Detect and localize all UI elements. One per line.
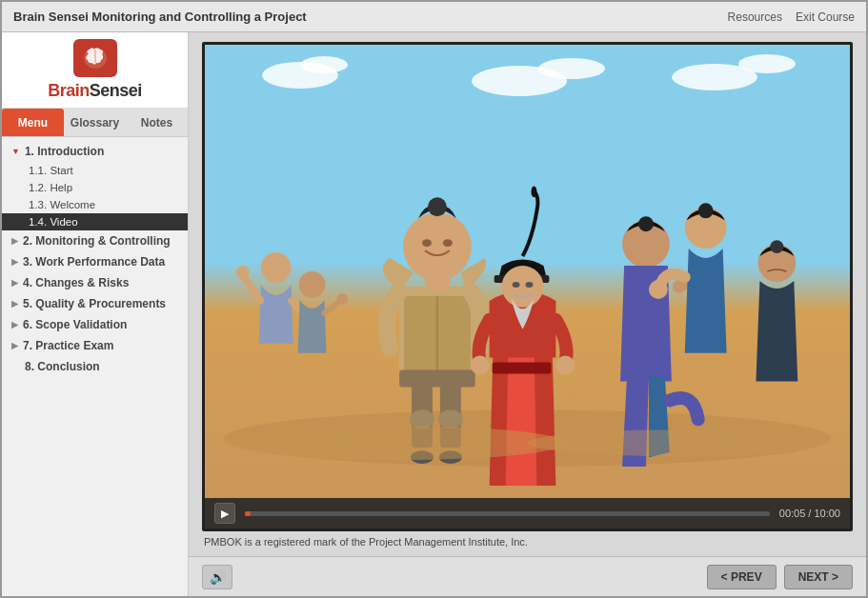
svg-point-20 bbox=[403, 212, 472, 281]
expand-icon-intro: ▼ bbox=[11, 147, 20, 156]
logo: BrainSensei bbox=[48, 39, 142, 101]
top-actions: Resources Exit Course bbox=[728, 10, 855, 24]
prev-button[interactable]: < PREV bbox=[707, 565, 777, 589]
sidebar: BrainSensei Menu Glossary Notes ▼ 1. Int… bbox=[2, 32, 189, 596]
svg-point-9 bbox=[336, 293, 348, 305]
nav-item-practice[interactable]: ▶ 7. Practice Exam bbox=[2, 335, 188, 356]
nav-item-monitoring[interactable]: ▶ 2. Monitoring & Controlling bbox=[2, 230, 188, 251]
video-wrapper: ▶ 00:05 / 10:00 PMBOK is a registered ma… bbox=[189, 32, 866, 556]
nav-buttons: < PREV NEXT > bbox=[707, 565, 853, 589]
nav-item-conclusion[interactable]: 8. Conclusion bbox=[2, 356, 188, 377]
cloud-4 bbox=[538, 58, 605, 79]
svg-point-13 bbox=[438, 410, 463, 429]
svg-point-41 bbox=[528, 429, 832, 456]
svg-point-36 bbox=[698, 204, 714, 219]
svg-point-12 bbox=[410, 410, 434, 429]
nav-section: ▼ 1. Introduction 1.1. Start 1.2. Help 1… bbox=[2, 137, 188, 596]
svg-rect-24 bbox=[493, 363, 552, 374]
svg-point-30 bbox=[471, 356, 490, 375]
nav-item-quality[interactable]: ▶ 5. Quality & Procurements bbox=[2, 293, 188, 314]
content-area: ▶ 00:05 / 10:00 PMBOK is a registered ma… bbox=[189, 32, 866, 596]
logo-area: BrainSensei bbox=[2, 32, 188, 109]
video-scene bbox=[205, 45, 850, 528]
svg-point-22 bbox=[422, 239, 432, 247]
svg-point-21 bbox=[428, 198, 447, 217]
nav-item-changes[interactable]: ▶ 4. Changes & Risks bbox=[2, 272, 188, 293]
svg-point-33 bbox=[638, 216, 654, 231]
tab-menu[interactable]: Menu bbox=[2, 109, 64, 136]
nav-item-wpd[interactable]: ▶ 3. Work Performance Data bbox=[2, 251, 188, 272]
main-layout: BrainSensei Menu Glossary Notes ▼ 1. Int… bbox=[2, 32, 866, 596]
svg-point-7 bbox=[299, 271, 326, 298]
top-bar: Brain Sensei Monitoring and Controlling … bbox=[2, 2, 866, 32]
expand-icon-wpd: ▶ bbox=[11, 257, 18, 267]
svg-point-5 bbox=[236, 266, 250, 279]
svg-rect-18 bbox=[399, 370, 475, 388]
tab-bar: Menu Glossary Notes bbox=[2, 109, 188, 137]
tab-notes[interactable]: Notes bbox=[126, 109, 188, 136]
logo-icon bbox=[73, 39, 117, 77]
time-display: 00:05 / 10:00 bbox=[779, 508, 840, 519]
play-button[interactable]: ▶ bbox=[214, 503, 235, 524]
page-title: Brain Sensei Monitoring and Controlling … bbox=[13, 10, 307, 24]
svg-point-37 bbox=[649, 280, 668, 299]
logo-text: BrainSensei bbox=[48, 81, 142, 101]
next-button[interactable]: NEXT > bbox=[784, 565, 853, 589]
characters-svg bbox=[205, 90, 850, 502]
svg-point-26 bbox=[531, 187, 536, 198]
expand-icon-changes: ▶ bbox=[11, 278, 18, 288]
progress-fill bbox=[245, 511, 251, 516]
nav-subitem-1-1[interactable]: 1.1. Start bbox=[2, 162, 188, 179]
nav-item-intro[interactable]: ▼ 1. Introduction bbox=[2, 141, 188, 162]
nav-item-scope[interactable]: ▶ 6. Scope Validation bbox=[2, 314, 188, 335]
expand-icon-monitoring: ▶ bbox=[11, 236, 18, 246]
video-controls: ▶ 00:05 / 10:00 bbox=[205, 498, 850, 528]
video-caption: PMBOK is a registered mark of the Projec… bbox=[202, 531, 853, 552]
svg-line-4 bbox=[243, 275, 261, 301]
svg-point-40 bbox=[224, 426, 565, 460]
expand-icon-practice: ▶ bbox=[11, 341, 18, 350]
svg-point-28 bbox=[513, 282, 520, 288]
svg-point-3 bbox=[261, 252, 292, 283]
video-container[interactable]: ▶ 00:05 / 10:00 bbox=[202, 42, 853, 531]
app-frame: Brain Sensei Monitoring and Controlling … bbox=[0, 0, 868, 598]
nav-subitem-1-4[interactable]: 1.4. Video bbox=[2, 213, 188, 230]
svg-point-29 bbox=[526, 282, 534, 288]
svg-line-8 bbox=[324, 301, 340, 313]
volume-button[interactable]: 🔊 bbox=[202, 565, 232, 589]
exit-link[interactable]: Exit Course bbox=[796, 10, 855, 24]
expand-icon-quality: ▶ bbox=[11, 299, 18, 309]
cloud-2 bbox=[300, 56, 348, 73]
bottom-bar: 🔊 < PREV NEXT > bbox=[189, 556, 866, 596]
expand-icon-scope: ▶ bbox=[11, 320, 18, 329]
svg-point-23 bbox=[443, 239, 453, 247]
svg-point-31 bbox=[555, 356, 575, 375]
tab-glossary[interactable]: Glossary bbox=[64, 109, 126, 136]
svg-point-39 bbox=[770, 240, 783, 253]
cloud-6 bbox=[738, 54, 796, 73]
nav-subitem-1-3[interactable]: 1.3. Welcome bbox=[2, 196, 188, 213]
resources-link[interactable]: Resources bbox=[728, 10, 782, 24]
nav-subitem-1-2[interactable]: 1.2. Help bbox=[2, 179, 188, 196]
svg-point-27 bbox=[502, 266, 544, 308]
progress-bar[interactable] bbox=[245, 511, 770, 516]
